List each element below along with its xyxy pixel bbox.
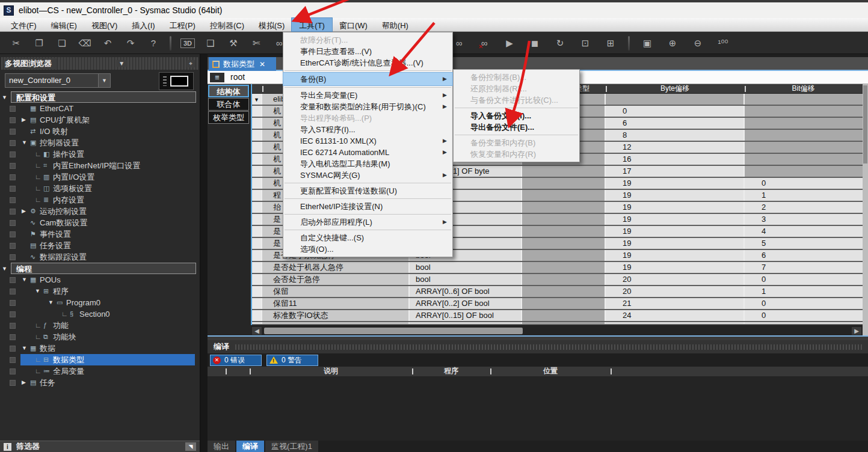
byte-offset-cell[interactable] bbox=[606, 94, 745, 105]
bit-offset-cell[interactable]: 1 bbox=[745, 286, 863, 297]
member-name-cell[interactable]: 会否处于急停 bbox=[262, 274, 410, 285]
byte-offset-cell[interactable]: 0 bbox=[606, 106, 745, 117]
tab-close-icon[interactable]: ✕ bbox=[259, 60, 265, 69]
tree-item-功能-20[interactable]: ∟ƒ功能 bbox=[0, 320, 199, 331]
tools-menu-item-16[interactable]: 自定义快捷键...(S) bbox=[283, 232, 452, 243]
backup-submenu-item-5[interactable]: 导出备份文件(E)... bbox=[454, 121, 579, 133]
tools-menu-item-8[interactable]: 导入ST程序(I)... bbox=[283, 124, 452, 135]
cut-icon[interactable]: ✂ bbox=[9, 38, 23, 49]
bottom-tab-2[interactable]: 编译 bbox=[236, 441, 264, 452]
byte-offset-cell[interactable]: 20 bbox=[606, 274, 745, 285]
byte-offset-cell[interactable]: 24 bbox=[606, 310, 745, 321]
tree-item-运动控制设置-10[interactable]: ▶⚙运动控制设置 bbox=[0, 206, 199, 217]
tree-item-程序-17[interactable]: ▼⊞程序 bbox=[0, 286, 199, 297]
expand-icon[interactable]: ▼ bbox=[22, 274, 27, 286]
offset-type-cell[interactable] bbox=[522, 202, 606, 213]
offset-type-cell[interactable] bbox=[522, 166, 606, 177]
panel-collapse-icon[interactable]: ▼ bbox=[116, 60, 127, 67]
byte-offset-cell[interactable]: 12 bbox=[606, 142, 745, 153]
check-program-icon[interactable]: ✄ bbox=[249, 38, 263, 49]
category-tab-1[interactable]: 结构体 bbox=[208, 85, 249, 97]
zoom-in-icon[interactable]: ⊕ bbox=[665, 38, 680, 49]
horizontal-scrollbar[interactable]: ◀ ▶ bbox=[251, 325, 863, 335]
bottom-tab-1[interactable]: 输出 bbox=[208, 441, 235, 452]
member-type-cell[interactable]: ARRAY[0..15] OF bool bbox=[410, 310, 522, 321]
byte-offset-cell[interactable]: 19 bbox=[606, 190, 745, 201]
expand-icon[interactable]: ▼ bbox=[22, 137, 27, 148]
bit-offset-cell[interactable]: 0 bbox=[745, 178, 863, 189]
filter-bar[interactable]: i 筛选器 ◥ bbox=[0, 441, 200, 452]
byte-offset-cell[interactable]: 19 bbox=[606, 202, 745, 213]
byte-offset-cell[interactable]: 17 bbox=[606, 166, 745, 177]
window-layout-icon[interactable]: ❑ bbox=[203, 38, 218, 49]
table-row[interactable]: 是否处于机器人急停bool197 bbox=[252, 262, 863, 274]
scroll-left-icon[interactable]: ◀ bbox=[252, 327, 262, 335]
tree-item-Section0-19[interactable]: ∟§Section0 bbox=[0, 308, 199, 320]
tools-menu-item-13[interactable]: 更新配置和设置传送数据(U) bbox=[283, 185, 452, 197]
backup-submenu-item-4[interactable]: 导入备份文件(I)... bbox=[454, 110, 579, 121]
member-name-cell[interactable]: 是否处于机器人急停 bbox=[262, 262, 410, 273]
tree-item-数据跟踪设置-14[interactable]: ∿数据跟踪设置 bbox=[0, 251, 199, 263]
fit-view-icon[interactable]: ▣ bbox=[640, 38, 654, 49]
member-type-cell[interactable]: ARRAY[0..2] OF bool bbox=[410, 298, 522, 309]
delete-icon[interactable]: ⌫ bbox=[78, 38, 92, 49]
watch-glasses-icon[interactable]: ∞ bbox=[452, 38, 466, 48]
expand-icon[interactable]: ▼ bbox=[2, 92, 7, 103]
offset-type-cell[interactable] bbox=[522, 274, 606, 285]
errors-badge[interactable]: ✕ 0 错误 bbox=[210, 355, 262, 366]
bit-offset-cell[interactable]: 6 bbox=[745, 250, 863, 261]
table-row[interactable]: 会否处于急停bool200 bbox=[252, 274, 863, 286]
tools-menu-item-11[interactable]: 导入电机选型工具结果(M) bbox=[283, 158, 452, 170]
controller-select[interactable]: new_Controller_0 ▼ bbox=[5, 73, 111, 88]
member-name-cell[interactable]: 保留 bbox=[262, 286, 410, 297]
bit-offset-cell[interactable] bbox=[745, 166, 863, 177]
menubar-item-5[interactable]: 工程(P) bbox=[162, 18, 203, 31]
tree-item-功能块-21[interactable]: ∟⧉功能块 bbox=[0, 331, 199, 343]
build-icon[interactable]: ⚒ bbox=[226, 38, 241, 49]
tree-item-Program0-18[interactable]: ▼▭Program0 bbox=[0, 297, 199, 308]
member-type-cell[interactable]: bool bbox=[410, 274, 522, 285]
watch-cancel-icon[interactable]: ∞✕ bbox=[477, 38, 491, 48]
bit-offset-cell[interactable]: 0 bbox=[745, 274, 863, 285]
tree-item-任务-25[interactable]: ▶▤任务 bbox=[0, 377, 199, 388]
table-row[interactable]: 保留ARRAY[0..6] OF bool201 bbox=[252, 286, 863, 298]
root-node-label[interactable]: root bbox=[230, 72, 245, 82]
byte-offset-cell[interactable]: 19 bbox=[606, 226, 745, 237]
byte-offset-cell[interactable]: 6 bbox=[606, 118, 745, 129]
tools-menu-item-4[interactable]: 备份(B)▶ bbox=[283, 73, 452, 85]
paste-icon[interactable]: ❏ bbox=[55, 38, 69, 49]
tools-menu-item-2[interactable]: 事件日志查看器...(V) bbox=[283, 46, 452, 57]
tree-item-任务设置-13[interactable]: ▤任务设置 bbox=[0, 240, 199, 251]
offset-type-cell[interactable] bbox=[522, 238, 606, 249]
bit-offset-cell[interactable]: 3 bbox=[745, 214, 863, 225]
bit-offset-cell[interactable]: 5 bbox=[745, 238, 863, 249]
vertical-scrollbar[interactable] bbox=[863, 84, 868, 335]
offset-type-cell[interactable] bbox=[522, 178, 606, 189]
tree-item-配置和设置-0[interactable]: ▼配置和设置 bbox=[11, 91, 196, 103]
bit-offset-cell[interactable] bbox=[745, 106, 863, 117]
help-icon[interactable]: ? bbox=[146, 38, 161, 48]
expand-icon[interactable]: ▶ bbox=[22, 114, 26, 126]
tree-item-内置IO设置-7[interactable]: ∟▥内置I/O设置 bbox=[0, 171, 199, 183]
run-icon[interactable]: ▶ bbox=[502, 38, 517, 49]
bit-offset-cell[interactable] bbox=[745, 94, 863, 105]
3d-view-icon[interactable]: 3D bbox=[180, 38, 195, 48]
menubar-item-10[interactable]: 帮助(H) bbox=[375, 18, 416, 31]
tools-menu-item-12[interactable]: SYSMAC网关(G)▶ bbox=[283, 170, 452, 181]
bit-offset-cell[interactable]: 0 bbox=[745, 310, 863, 321]
tree-item-控制器设置-4[interactable]: ▼▣控制器设置 bbox=[0, 137, 199, 148]
category-tab-3[interactable]: 枚举类型 bbox=[208, 111, 249, 124]
byte-offset-cell[interactable]: 16 bbox=[606, 154, 745, 165]
menubar-item-2[interactable]: 编辑(E) bbox=[44, 18, 84, 31]
bit-offset-cell[interactable]: 0 bbox=[745, 298, 863, 309]
warnings-badge[interactable]: ! 0 警告 bbox=[266, 355, 318, 366]
tree-item-IO映射-3[interactable]: ⇄I/O 映射 bbox=[0, 126, 199, 137]
undo-icon[interactable]: ↶ bbox=[100, 38, 115, 49]
offset-type-cell[interactable] bbox=[522, 298, 606, 309]
expand-icon[interactable]: ▶ bbox=[22, 206, 26, 217]
byte-offset-cell[interactable]: 19 bbox=[606, 214, 745, 225]
menubar-item-7[interactable]: 模拟(S) bbox=[251, 18, 292, 31]
offset-type-cell[interactable] bbox=[522, 250, 606, 261]
bit-offset-cell[interactable]: 4 bbox=[745, 226, 863, 237]
monitor-offline-icon[interactable]: ⊞ bbox=[603, 38, 618, 49]
